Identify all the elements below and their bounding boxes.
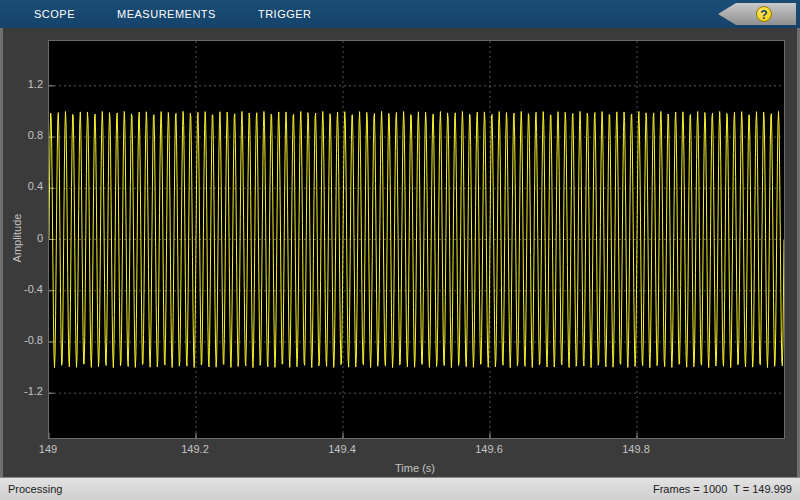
y-tick-label: -0.4 — [3, 283, 43, 295]
tab-measurements[interactable]: MEASUREMENTS — [117, 0, 216, 28]
toolbar-tabs: SCOPE MEASUREMENTS TRIGGER — [0, 0, 312, 28]
plot-area — [48, 40, 785, 439]
y-tick-label: 0.4 — [3, 180, 43, 192]
y-tick-label: -1.2 — [3, 385, 43, 397]
status-message: Processing — [8, 483, 62, 495]
x-tick-label: 149.6 — [475, 443, 503, 455]
y-tick-label: 1.2 — [3, 78, 43, 90]
scope-display-panel: Amplitude Time (s) 149149.2149.4149.6149… — [3, 28, 797, 477]
y-tick-label: 0.8 — [3, 129, 43, 141]
help-icon[interactable]: ? — [756, 6, 772, 22]
x-tick-label: 149.8 — [622, 443, 650, 455]
x-tick-label: 149.4 — [328, 443, 356, 455]
x-tick-label: 149 — [39, 443, 57, 455]
signal-trace — [49, 111, 784, 367]
tab-trigger[interactable]: TRIGGER — [258, 0, 312, 28]
y-tick-label: 0 — [3, 232, 43, 244]
toolbar-collapse-tab[interactable]: ? — [718, 3, 796, 25]
waveform-plot — [49, 41, 784, 438]
tab-scope[interactable]: SCOPE — [34, 0, 75, 28]
status-bar: Processing Frames = 1000 T = 149.999 — [0, 477, 800, 500]
x-tick-label: 149.2 — [181, 443, 209, 455]
x-axis-label: Time (s) — [395, 462, 435, 474]
toolbar: SCOPE MEASUREMENTS TRIGGER ? — [0, 0, 800, 28]
y-tick-label: -0.8 — [3, 334, 43, 346]
frame-counter: Frames = 1000 T = 149.999 — [653, 483, 792, 495]
